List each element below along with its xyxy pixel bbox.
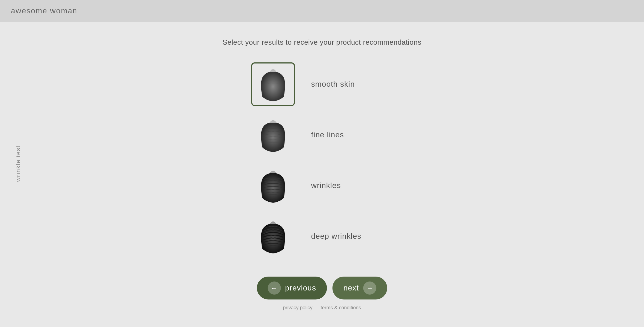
terms-link[interactable]: terms & conditions xyxy=(320,305,361,311)
skin-icon-smooth xyxy=(255,66,291,102)
next-button[interactable]: next → xyxy=(333,277,387,299)
footer-links: privacy policy terms & conditions xyxy=(283,305,361,311)
nav-buttons: ← previous next → xyxy=(257,277,387,299)
option-label-wrinkles: wrinkles xyxy=(311,181,393,190)
previous-label: previous xyxy=(285,284,316,292)
option-image-deep-wrinkles[interactable] xyxy=(251,214,295,258)
privacy-policy-link[interactable]: privacy policy xyxy=(283,305,312,311)
page-question: Select your results to receive your prod… xyxy=(223,38,421,47)
next-arrow-icon: → xyxy=(363,281,376,295)
skin-icon-wrinkles xyxy=(255,168,291,203)
option-wrinkles[interactable]: wrinkles xyxy=(249,162,395,210)
app-header: awesome woman xyxy=(0,0,644,22)
previous-button[interactable]: ← previous xyxy=(257,277,327,299)
footer: ← previous next → privacy policy terms &… xyxy=(257,277,387,311)
previous-arrow-icon: ← xyxy=(268,281,281,295)
option-image-fine-lines[interactable] xyxy=(251,113,295,157)
skin-icon-fine-lines xyxy=(255,117,291,153)
option-label-deep-wrinkles: deep wrinkles xyxy=(311,232,393,241)
options-list: smooth skin xyxy=(249,60,395,260)
option-smooth-skin[interactable]: smooth skin xyxy=(249,60,395,108)
option-image-wrinkles[interactable] xyxy=(251,164,295,207)
option-image-smooth-skin[interactable] xyxy=(251,62,295,106)
option-fine-lines[interactable]: fine lines xyxy=(249,111,395,159)
next-label: next xyxy=(343,284,359,292)
skin-icon-deep-wrinkles xyxy=(255,219,291,254)
option-deep-wrinkles[interactable]: deep wrinkles xyxy=(249,212,395,260)
option-label-smooth-skin: smooth skin xyxy=(311,80,393,89)
app-title: awesome woman xyxy=(11,7,77,15)
option-label-fine-lines: fine lines xyxy=(311,131,393,139)
main-content: Select your results to receive your prod… xyxy=(0,22,644,260)
sidebar-label: wrinkle test xyxy=(15,145,22,182)
